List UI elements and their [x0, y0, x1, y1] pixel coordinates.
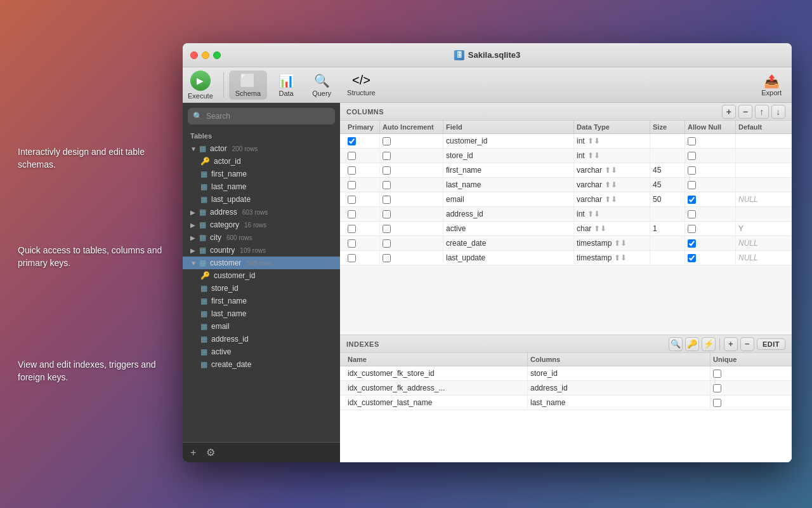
sidebar-item-address[interactable]: ▶ ▦ address 603 rows: [183, 206, 340, 218]
autoinc-cell[interactable]: [380, 207, 443, 221]
lightning-button[interactable]: ⚡: [702, 337, 716, 351]
primary-cell[interactable]: [345, 207, 380, 221]
sidebar-item-customer[interactable]: ▼ ▦ customer 599 rows: [183, 257, 340, 269]
autoinc-checkbox[interactable]: [383, 225, 391, 233]
primary-checkbox[interactable]: [348, 152, 356, 160]
idx-unique-cell[interactable]: [710, 396, 787, 410]
autoinc-checkbox[interactable]: [383, 196, 391, 204]
move-down-button[interactable]: ↓: [771, 105, 785, 119]
autoinc-cell[interactable]: [380, 163, 443, 177]
key-index-button[interactable]: 🔑: [685, 337, 699, 351]
allownull-checkbox[interactable]: [688, 181, 696, 189]
allownull-checkbox[interactable]: [688, 166, 696, 175]
primary-cell[interactable]: [345, 134, 380, 148]
maximize-button[interactable]: [213, 51, 221, 59]
index-row[interactable]: idx_customer_last_name last_name: [340, 396, 792, 410]
allownull-cell[interactable]: [685, 236, 736, 250]
primary-cell[interactable]: [345, 222, 380, 236]
primary-checkbox[interactable]: [348, 239, 356, 248]
allownull-cell[interactable]: [685, 178, 736, 192]
idx-unique-cell[interactable]: [710, 381, 787, 395]
sidebar-item-category[interactable]: ▶ ▦ category 16 rows: [183, 218, 340, 231]
autoinc-checkbox[interactable]: [383, 210, 391, 218]
autoinc-cell[interactable]: [380, 251, 443, 265]
sidebar-item-create-date[interactable]: ▦ create_date: [183, 358, 340, 371]
autoinc-checkbox[interactable]: [383, 152, 391, 160]
idx-unique-checkbox[interactable]: [713, 370, 721, 378]
idx-unique-checkbox[interactable]: [713, 384, 721, 392]
primary-cell[interactable]: [345, 178, 380, 192]
autoinc-cell[interactable]: [380, 192, 443, 206]
idx-unique-cell[interactable]: [710, 366, 787, 380]
autoinc-cell[interactable]: [380, 149, 443, 163]
index-row[interactable]: idx_customer_fk_store_id store_id: [340, 366, 792, 381]
remove-index-button[interactable]: −: [740, 337, 754, 351]
search-index-button[interactable]: 🔍: [669, 337, 683, 351]
allownull-cell[interactable]: [685, 163, 736, 177]
autoinc-checkbox[interactable]: [383, 254, 391, 262]
allownull-cell[interactable]: [685, 192, 736, 206]
primary-checkbox[interactable]: [348, 137, 356, 145]
autoinc-checkbox[interactable]: [383, 166, 391, 175]
primary-cell[interactable]: [345, 163, 380, 177]
add-index-button[interactable]: +: [724, 337, 738, 351]
sidebar-item-actor-lastupdate[interactable]: ▦ last_update: [183, 193, 340, 206]
close-button[interactable]: [190, 51, 198, 59]
sidebar-item-email[interactable]: ▦ email: [183, 320, 340, 333]
data-tab-button[interactable]: 📊 Data: [270, 70, 303, 100]
query-tab-button[interactable]: 🔍 Query: [305, 70, 338, 100]
sidebar-item-store-id[interactable]: ▦ store_id: [183, 282, 340, 295]
primary-checkbox[interactable]: [348, 196, 356, 204]
sidebar-item-country[interactable]: ▶ ▦ country 109 rows: [183, 244, 340, 257]
sidebar-item-first-name[interactable]: ▦ first_name: [183, 295, 340, 307]
autoinc-checkbox[interactable]: [383, 137, 391, 145]
sidebar-item-actor-lastname[interactable]: ▦ last_name: [183, 180, 340, 193]
idx-unique-checkbox[interactable]: [713, 399, 721, 407]
allownull-cell[interactable]: [685, 149, 736, 163]
autoinc-cell[interactable]: [380, 222, 443, 236]
primary-checkbox[interactable]: [348, 254, 356, 262]
allownull-checkbox[interactable]: [688, 196, 696, 204]
export-button[interactable]: 📤 Export: [756, 71, 787, 99]
sidebar-item-active[interactable]: ▦ active: [183, 345, 340, 358]
allownull-cell[interactable]: [685, 207, 736, 221]
sidebar-item-city[interactable]: ▶ ▦ city 600 rows: [183, 231, 340, 244]
primary-checkbox[interactable]: [348, 210, 356, 218]
add-table-button[interactable]: +: [188, 446, 199, 460]
execute-button[interactable]: ▶ Execute: [188, 70, 213, 100]
primary-checkbox[interactable]: [348, 225, 356, 233]
sidebar-item-address-id[interactable]: ▦ address_id: [183, 333, 340, 345]
autoinc-cell[interactable]: [380, 178, 443, 192]
add-column-button[interactable]: +: [722, 105, 736, 119]
allownull-checkbox[interactable]: [688, 137, 696, 145]
primary-cell[interactable]: [345, 149, 380, 163]
primary-checkbox[interactable]: [348, 166, 356, 175]
allownull-cell[interactable]: [685, 251, 736, 265]
autoinc-cell[interactable]: [380, 236, 443, 250]
edit-index-button[interactable]: Edit: [757, 338, 785, 350]
allownull-checkbox[interactable]: [688, 210, 696, 218]
allownull-checkbox[interactable]: [688, 254, 696, 262]
sidebar-item-actor[interactable]: ▼ ▦ actor 200 rows: [183, 142, 340, 155]
allownull-checkbox[interactable]: [688, 152, 696, 160]
schema-tab-button[interactable]: ⬜ Schema: [229, 70, 267, 100]
search-box[interactable]: 🔍: [188, 108, 335, 124]
allownull-checkbox[interactable]: [688, 225, 696, 233]
primary-cell[interactable]: [345, 192, 380, 206]
move-up-button[interactable]: ↑: [755, 105, 769, 119]
autoinc-checkbox[interactable]: [383, 181, 391, 189]
autoinc-cell[interactable]: [380, 134, 443, 148]
allownull-checkbox[interactable]: [688, 239, 696, 248]
primary-checkbox[interactable]: [348, 181, 356, 189]
settings-button[interactable]: ⚙: [204, 445, 218, 460]
sidebar-item-actor-firstname[interactable]: ▦ first_name: [183, 168, 340, 180]
search-input[interactable]: [206, 112, 330, 121]
sidebar-item-last-name[interactable]: ▦ last_name: [183, 307, 340, 320]
minimize-button[interactable]: [202, 51, 209, 59]
allownull-cell[interactable]: [685, 222, 736, 236]
autoinc-checkbox[interactable]: [383, 239, 391, 248]
allownull-cell[interactable]: [685, 134, 736, 148]
sidebar-item-customer-id[interactable]: 🔑 customer_id: [183, 269, 340, 282]
structure-tab-button[interactable]: </> Structure: [341, 70, 382, 99]
sidebar-item-actor-id[interactable]: 🔑 actor_id: [183, 155, 340, 168]
